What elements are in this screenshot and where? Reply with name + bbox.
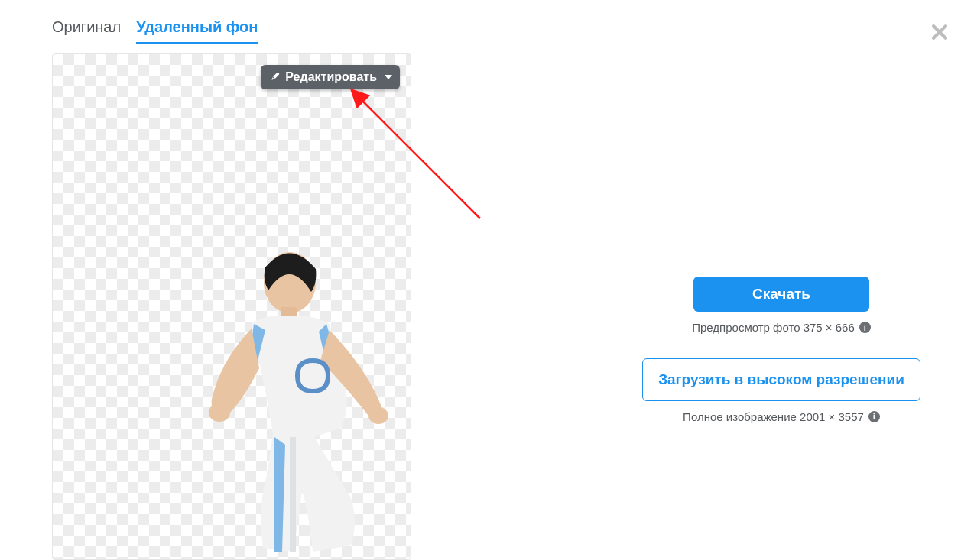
- tab-original[interactable]: Оригинал: [52, 18, 121, 44]
- content-area: Редактировать: [52, 53, 922, 560]
- tabs: Оригинал Удаленный фон: [20, 0, 954, 44]
- edit-button[interactable]: Редактировать: [261, 65, 400, 89]
- full-size-caption: Полное изображение 2001 × 3557 i: [683, 410, 880, 423]
- tab-removed-bg[interactable]: Удаленный фон: [136, 18, 258, 44]
- full-size-text: Полное изображение 2001 × 3557: [683, 410, 864, 423]
- brush-icon: [270, 71, 281, 84]
- chevron-down-icon: [385, 75, 392, 79]
- edit-button-label: Редактировать: [285, 70, 377, 84]
- info-icon[interactable]: i: [868, 411, 880, 422]
- actions-panel: Скачать Предпросмотр фото 375 × 666 i За…: [642, 277, 920, 423]
- close-button[interactable]: [931, 21, 948, 44]
- close-icon: [931, 24, 948, 40]
- download-hires-button[interactable]: Загрузить в высоком разрешении: [642, 358, 920, 401]
- svg-point-3: [368, 407, 388, 424]
- info-icon[interactable]: i: [859, 322, 871, 333]
- preview-size-caption: Предпросмотр фото 375 × 666 i: [692, 321, 871, 334]
- image-preview: Редактировать: [52, 53, 411, 560]
- download-button[interactable]: Скачать: [693, 277, 869, 312]
- preview-size-text: Предпросмотр фото 375 × 666: [692, 321, 855, 334]
- subject-image: [137, 246, 404, 559]
- svg-point-2: [209, 403, 230, 422]
